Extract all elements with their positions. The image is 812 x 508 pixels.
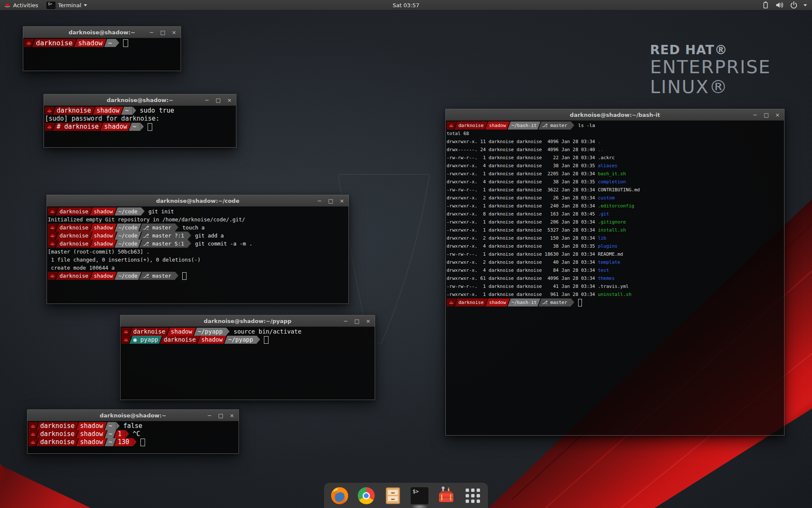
- maximize-button[interactable]: □: [328, 198, 333, 204]
- redhat-prompt-icon: [30, 424, 36, 428]
- close-button[interactable]: ×: [172, 30, 176, 35]
- maximize-button[interactable]: □: [218, 413, 223, 418]
- maximize-button[interactable]: □: [216, 97, 221, 103]
- terminal-content[interactable]: darknoiseshadow~sudo true[sudo] password…: [44, 106, 236, 147]
- terminal-window-home-1[interactable]: darknoise@shadow:~ − □ × darknoiseshadow…: [23, 26, 181, 71]
- titlebar[interactable]: darknoise@shadow:~ − □ ×: [23, 27, 181, 38]
- minimize-button[interactable]: −: [317, 198, 322, 204]
- close-button[interactable]: ×: [230, 413, 234, 418]
- prompt-arrow: [571, 121, 574, 129]
- prompt-segment-branch: ⎇ master: [538, 121, 571, 130]
- titlebar[interactable]: darknoise@shadow:~ − □ ×: [44, 94, 236, 106]
- prompt-segment-exit: 1: [114, 430, 126, 438]
- output-line: drwxrwxr-x. 4 darknoise darknoise 84 Jan…: [447, 266, 784, 274]
- terminal-cursor: [123, 39, 128, 47]
- ls-row-meta: drwxrwxr-x. 11 darknoise darknoise 4096 …: [447, 138, 598, 146]
- prompt-segment-user: darknoise: [56, 207, 92, 215]
- dock: $>: [324, 482, 488, 508]
- brand-line-3: LINUX®: [650, 77, 771, 97]
- redhat-logo-icon: [4, 3, 11, 8]
- output-line: total 68: [447, 130, 784, 138]
- redhat-prompt-icon: [50, 241, 55, 246]
- close-button[interactable]: ×: [340, 198, 344, 204]
- terminal-icon[interactable]: $>: [410, 486, 429, 505]
- terminal-content[interactable]: darknoiseshadow~/codegit initInitialized…: [47, 207, 348, 304]
- prompt-line: # darknoiseshadow~: [45, 123, 236, 131]
- tray-caret-down-icon[interactable]: [804, 4, 807, 6]
- prompt-segment-path: ~/bash-it: [508, 298, 540, 306]
- maximize-button[interactable]: □: [764, 112, 769, 118]
- ls-row-filename: ..: [598, 146, 604, 154]
- titlebar[interactable]: darknoise@shadow:~/pyapp − □ ×: [121, 315, 375, 327]
- redhat-prompt-icon: [30, 440, 36, 444]
- prompt-line: darknoiseshadow~/bash-it⎇ masterls -la: [447, 121, 784, 130]
- prompt-segment-path: ~: [104, 438, 116, 446]
- prompt-segment-user: darknoise: [36, 430, 78, 438]
- terminal-window-sudo[interactable]: darknoise@shadow:~ − □ × darknoiseshadow…: [44, 94, 236, 148]
- output-line: drwxrwxr-x. 2 darknoise darknoise 40 Jan…: [447, 258, 784, 266]
- prompt-segment-user: darknoise: [32, 39, 77, 47]
- maximize-button[interactable]: □: [354, 318, 359, 324]
- command-text: git commit -a -m .: [195, 240, 252, 248]
- command-text: git init: [148, 207, 174, 215]
- window-title: darknoise@shadow:~/bash-it: [446, 112, 784, 118]
- prompt-segment-user: darknoise: [129, 328, 169, 336]
- maximize-button[interactable]: □: [160, 30, 165, 35]
- titlebar[interactable]: darknoise@shadow:~/bash-it − □ ×: [446, 109, 784, 121]
- terminal-window-home-2[interactable]: darknoise@shadow:~ − □ × darknoiseshadow…: [27, 409, 239, 454]
- ls-row-meta: -rwxrwxr-x. 1 darknoise darknoise 206 Ja…: [447, 218, 598, 226]
- prompt-arrow: [140, 123, 144, 130]
- terminal-content[interactable]: darknoiseshadow~: [23, 38, 181, 71]
- activities-button[interactable]: Activities: [0, 0, 42, 10]
- close-button[interactable]: ×: [227, 97, 232, 103]
- minimize-button[interactable]: −: [343, 318, 348, 324]
- chrome-icon[interactable]: [357, 486, 376, 505]
- terminal-window-bash-it[interactable]: darknoise@shadow:~/bash-it − □ × darknoi…: [445, 109, 785, 436]
- close-button[interactable]: ×: [775, 112, 780, 118]
- battery-icon[interactable]: [761, 1, 770, 9]
- titlebar[interactable]: darknoise@shadow:~ − □ ×: [27, 410, 239, 421]
- app-menu-terminal[interactable]: $> Terminal: [42, 0, 91, 10]
- prompt-line: darknoiseshadow~/code⎇ mastertouch a: [48, 224, 348, 232]
- prompt-line: darknoiseshadow~: [24, 39, 180, 47]
- redhat-prompt-icon: [50, 209, 55, 214]
- activities-label: Activities: [13, 2, 38, 8]
- brand-line-1: RED HAT®: [650, 42, 771, 57]
- ls-row-filename: uninstall.sh: [598, 290, 631, 298]
- minimize-button[interactable]: −: [207, 413, 212, 418]
- output-line: -rw-rw-r--. 1 darknoise darknoise 3622 J…: [447, 186, 784, 194]
- firefox-icon[interactable]: [330, 486, 349, 505]
- app-grid-icon[interactable]: [463, 486, 483, 505]
- close-button[interactable]: ×: [366, 318, 370, 324]
- power-icon[interactable]: [790, 1, 798, 9]
- titlebar[interactable]: darknoise@shadow:~/code − □ ×: [47, 195, 348, 207]
- files-icon[interactable]: [383, 486, 403, 505]
- redhat-prompt-icon: [47, 108, 52, 113]
- volume-icon[interactable]: [775, 1, 784, 9]
- ls-row-filename: CONTRIBUTING.md: [598, 186, 640, 194]
- toolbox-icon[interactable]: [436, 486, 456, 505]
- minimize-button[interactable]: −: [753, 112, 757, 118]
- caret-down-icon: [84, 4, 87, 6]
- minimize-button[interactable]: −: [149, 30, 154, 35]
- prompt-segment-path: ~/pyapp: [194, 328, 226, 336]
- brand-line-2: ENTERPRISE: [650, 57, 771, 77]
- terminal-cursor: [264, 336, 269, 344]
- clock[interactable]: Sat 03:57: [393, 2, 420, 8]
- output-line: drwxrwxr-x. 4 darknoise darknoise 38 Jan…: [447, 162, 784, 170]
- ls-row-filename: .editorconfig: [598, 202, 634, 210]
- ls-row-meta: drwxrwxr-x. 4 darknoise darknoise 38 Jan…: [447, 178, 598, 186]
- prompt-segment-user: # darknoise: [53, 123, 102, 131]
- output-line: drwxrwxr-x. 61 darknoise darknoise 4096 …: [447, 274, 784, 282]
- terminal-window-pyapp[interactable]: darknoise@shadow:~/pyapp − □ × darknoise…: [120, 315, 375, 400]
- minimize-button[interactable]: −: [205, 97, 209, 103]
- ls-row-meta: drwxrwxr-x. 8 darknoise darknoise 163 Ja…: [447, 210, 598, 218]
- terminal-content[interactable]: darknoiseshadow~/pyappsource bin/activat…: [121, 327, 375, 400]
- prompt-arrow: [226, 328, 230, 335]
- terminal-content[interactable]: darknoiseshadow~/bash-it⎇ masterls -lato…: [446, 121, 784, 435]
- prompt-segment-user: darknoise: [36, 438, 78, 446]
- terminal-content[interactable]: darknoiseshadow~falsedarknoiseshadow~1^C…: [27, 421, 239, 453]
- prompt-segment-user: darknoise: [56, 240, 92, 248]
- terminal-window-code[interactable]: darknoise@shadow:~/code − □ × darknoises…: [47, 195, 349, 304]
- ls-row-filename: .ackrc: [598, 154, 615, 162]
